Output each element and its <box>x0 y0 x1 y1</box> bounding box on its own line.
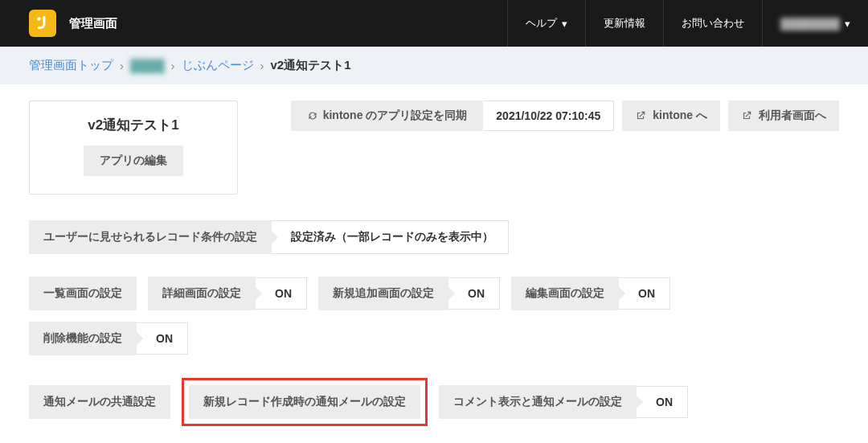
record-condition-pill: ユーザーに見せられるレコード条件の設定 設定済み（一部レコードのみを表示中） <box>29 220 509 254</box>
detail-screen-button[interactable]: 詳細画面の設定 <box>148 277 256 310</box>
to-kintone-label: kintone へ <box>653 109 707 123</box>
to-user-screen-button[interactable]: 利用者画面へ <box>728 100 839 131</box>
detail-screen-state: ON <box>256 277 307 310</box>
sync-kintone-button[interactable]: kintone のアプリ設定を同期 <box>291 100 484 131</box>
new-screen-button[interactable]: 新規追加画面の設定 <box>318 277 448 310</box>
mail-comment-pill: コメント表示と通知メールの設定 ON <box>439 385 688 419</box>
setting-row-screens: 一覧画面の設定 詳細画面の設定 ON 新規追加画面の設定 ON 編集画面の設定 … <box>29 277 839 355</box>
sync-group: kintone のアプリ設定を同期 2021/10/22 07:10:45 <box>291 100 615 131</box>
edit-screen-button[interactable]: 編集画面の設定 <box>511 277 619 310</box>
delete-func-pill: 削除機能の設定 ON <box>29 322 188 355</box>
caret-down-icon: ▾ <box>562 18 567 30</box>
top-row: v2通知テスト1 アプリの編集 kintone のアプリ設定を同期 2021/1… <box>29 100 839 195</box>
detail-screen-pill: 詳細画面の設定 ON <box>148 277 307 310</box>
list-screen-pill: 一覧画面の設定 <box>29 277 137 310</box>
new-screen-pill: 新規追加画面の設定 ON <box>318 277 500 310</box>
mail-comment-button[interactable]: コメント表示と通知メールの設定 <box>439 385 637 419</box>
nav-help-label: ヘルプ <box>526 16 557 31</box>
setting-row-mail: 通知メールの共通設定 新規レコード作成時の通知メールの設定 コメント表示と通知メ… <box>29 378 839 426</box>
sync-timestamp: 2021/10/22 07:10:45 <box>483 100 614 131</box>
nav-contact[interactable]: お問い合わせ <box>663 0 762 47</box>
breadcrumb-sep: › <box>171 59 175 72</box>
header: 管理画面 ヘルプ ▾ 更新情報 お問い合わせ ████████ ▾ <box>0 0 868 47</box>
breadcrumb-mypage[interactable]: じぶんページ <box>182 58 254 73</box>
sync-icon <box>307 110 318 121</box>
breadcrumb-current: v2通知テスト1 <box>271 58 351 73</box>
record-condition-button[interactable]: ユーザーに見せられるレコード条件の設定 <box>29 220 272 254</box>
mail-new-record-button[interactable]: 新規レコード作成時の通知メールの設定 <box>189 385 420 419</box>
breadcrumb-top[interactable]: 管理画面トップ <box>29 58 113 73</box>
list-screen-button[interactable]: 一覧画面の設定 <box>29 277 137 310</box>
user-name-redacted: ████████ <box>780 18 840 30</box>
edit-screen-state: ON <box>619 277 670 310</box>
logo[interactable] <box>29 10 56 37</box>
nav-right: ヘルプ ▾ 更新情報 お問い合わせ ████████ ▾ <box>507 0 868 47</box>
mail-common-pill: 通知メールの共通設定 <box>29 385 170 419</box>
edit-app-button[interactable]: アプリの編集 <box>84 146 183 176</box>
nav-updates[interactable]: 更新情報 <box>585 0 663 47</box>
breadcrumb: 管理画面トップ › ████ › じぶんページ › v2通知テスト1 <box>0 47 868 84</box>
to-user-label: 利用者画面へ <box>759 109 826 123</box>
external-link-icon <box>741 110 752 121</box>
svg-point-0 <box>37 17 41 21</box>
delete-func-button[interactable]: 削除機能の設定 <box>29 322 137 355</box>
to-kintone-button[interactable]: kintone へ <box>622 100 720 131</box>
setting-row-record-condition: ユーザーに見せられるレコード条件の設定 設定済み（一部レコードのみを表示中） <box>29 220 839 254</box>
app-title: v2通知テスト1 <box>54 116 213 134</box>
record-condition-state: 設定済み（一部レコードのみを表示中） <box>272 220 509 254</box>
mail-new-record-pill: 新規レコード作成時の通知メールの設定 <box>189 385 420 419</box>
nav-user[interactable]: ████████ ▾ <box>762 0 868 47</box>
content: v2通知テスト1 アプリの編集 kintone のアプリ設定を同期 2021/1… <box>0 84 868 443</box>
app-card: v2通知テスト1 アプリの編集 <box>29 100 238 195</box>
breadcrumb-sep: › <box>260 59 264 72</box>
new-screen-state: ON <box>448 277 500 310</box>
logo-icon <box>34 14 51 32</box>
top-actions: kintone のアプリ設定を同期 2021/10/22 07:10:45 ki… <box>254 100 839 131</box>
external-link-icon <box>635 110 646 121</box>
mail-comment-state: ON <box>637 386 688 418</box>
mail-new-record-highlight: 新規レコード作成時の通知メールの設定 <box>182 378 428 426</box>
breadcrumb-redacted[interactable]: ████ <box>130 59 165 72</box>
edit-screen-pill: 編集画面の設定 ON <box>511 277 670 310</box>
nav-help[interactable]: ヘルプ ▾ <box>507 0 585 47</box>
delete-func-state: ON <box>137 322 188 355</box>
brand-title: 管理画面 <box>69 16 507 31</box>
breadcrumb-sep: › <box>120 59 124 72</box>
caret-down-icon: ▾ <box>845 18 850 30</box>
sync-label: kintone のアプリ設定を同期 <box>323 109 468 123</box>
mail-common-button[interactable]: 通知メールの共通設定 <box>29 385 170 419</box>
